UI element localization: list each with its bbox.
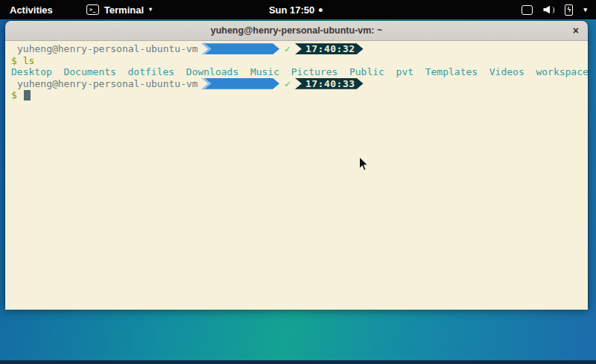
system-status-area[interactable]: ϟ ▾ [522,4,587,16]
prompt-cwd-segment: ~ [202,78,279,89]
powerline-chevron-icon [202,43,212,54]
activities-button[interactable]: Activities [10,4,53,16]
top-bar: Activities >_ Terminal ▾ Sun 17:50 ϟ ▾ [0,0,596,19]
app-menu-label: Terminal [104,4,144,16]
terminal-window: yuheng@henry-personal-ubuntu-vm: ~ × yuh… [5,21,588,307]
prompt-time-segment: 17:40:32 [295,43,364,54]
volume-cone-icon [543,6,550,14]
command-line-2: $ [11,89,588,101]
prompt-symbol: $ [11,89,17,100]
screen-icon [522,5,533,15]
chevron-down-icon: ▾ [149,7,152,13]
notification-dot-icon [319,8,323,12]
prompt-line-1: yuheng@henry-personal-ubuntu-vm ~ ✓ 17:4… [11,43,588,55]
status-check-icon: ✓ [285,78,291,90]
powerline-chevron-icon [202,78,212,89]
prompt-cwd: ~ [261,100,267,112]
volume-wave-icon [551,7,554,13]
command-text: ls [23,55,35,66]
terminal-content[interactable]: yuheng@henry-personal-ubuntu-vm ~ ✓ 17:4… [5,41,588,310]
desktop-bottom-strip [0,360,596,364]
app-menu[interactable]: >_ Terminal ▾ [86,4,152,16]
chevron-down-icon: ▾ [583,6,587,13]
terminal-app-icon: >_ [86,4,99,15]
clock-label: Sun 17:50 [269,4,314,16]
prompt-line-2: yuheng@henry-personal-ubuntu-vm ~ ✓ 17:4… [11,78,588,90]
prompt-user-host: yuheng@henry-personal-ubuntu-vm [11,43,198,55]
window-titlebar[interactable]: yuheng@henry-personal-ubuntu-vm: ~ × [5,21,588,41]
prompt-symbol: $ [11,55,17,66]
battery-charging-icon: ϟ [565,4,573,16]
clock-menu[interactable]: Sun 17:50 [269,4,323,16]
volume-icon [543,6,554,14]
status-check-icon: ✓ [285,43,291,55]
close-icon[interactable]: × [571,21,581,40]
window-title: yuheng@henry-personal-ubuntu-vm: ~ [211,25,383,36]
command-line-1: $ ls [11,55,588,67]
ls-output-line: Desktop Documents dotfiles Downloads Mus… [11,66,588,78]
prompt-time-segment: 17:40:33 [295,78,364,89]
prompt-user-host: yuheng@henry-personal-ubuntu-vm [11,78,198,90]
terminal-cursor [24,90,31,100]
prompt-cwd-segment: ~ [202,43,279,54]
